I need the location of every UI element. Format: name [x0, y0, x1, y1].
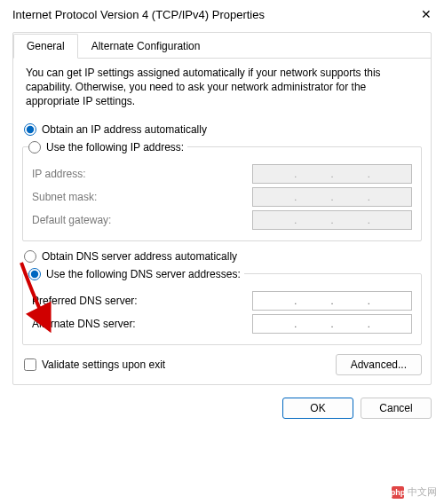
dns-auto-label: Obtain DNS server address automatically [42, 250, 237, 263]
tab-general[interactable]: General [13, 34, 78, 59]
php-logo-icon: php [392, 486, 404, 499]
validate-checkbox[interactable]: Validate settings upon exit [24, 358, 165, 371]
subnet-mask-input: ... [252, 187, 412, 207]
preferred-dns-input[interactable]: ... [252, 291, 412, 311]
ip-manual-radio[interactable]: Use the following IP address: [28, 141, 184, 154]
ip-manual-group: Use the following IP address: IP address… [22, 141, 422, 241]
validate-checkbox-input[interactable] [24, 358, 36, 371]
tab-alternate[interactable]: Alternate Configuration [78, 34, 214, 59]
ip-auto-label: Obtain an IP address automatically [42, 123, 207, 136]
alternate-dns-label: Alternate DNS server: [32, 318, 136, 330]
watermark: php 中文网 [392, 485, 437, 499]
dns-manual-label: Use the following DNS server addresses: [46, 268, 241, 280]
preferred-dns-label: Preferred DNS server: [32, 295, 138, 307]
watermark-text: 中文网 [408, 485, 437, 499]
tab-bar: General Alternate Configuration [13, 33, 431, 59]
window-title: Internet Protocol Version 4 (TCP/IPv4) P… [12, 8, 265, 21]
ip-auto-radio-input[interactable] [24, 123, 36, 136]
intro-text: You can get IP settings assigned automat… [26, 66, 418, 109]
cancel-button[interactable]: Cancel [361, 398, 432, 419]
close-icon[interactable]: ✕ [419, 7, 433, 21]
ip-address-input: ... [252, 164, 412, 184]
validate-label: Validate settings upon exit [42, 358, 165, 371]
dns-manual-group: Use the following DNS server addresses: … [22, 268, 422, 345]
default-gateway-input: ... [252, 210, 412, 230]
subnet-mask-label: Subnet mask: [32, 191, 97, 203]
alternate-dns-input[interactable]: ... [252, 314, 412, 334]
ip-manual-radio-input[interactable] [28, 141, 41, 154]
default-gateway-label: Default gateway: [32, 214, 111, 226]
advanced-button[interactable]: Advanced... [336, 354, 422, 375]
ok-button[interactable]: OK [282, 398, 353, 419]
dns-manual-radio-input[interactable] [28, 268, 41, 280]
ip-manual-label: Use the following IP address: [46, 141, 184, 154]
dns-auto-radio-input[interactable] [24, 250, 36, 263]
dns-auto-radio[interactable]: Obtain DNS server address automatically [24, 250, 420, 263]
ip-auto-radio[interactable]: Obtain an IP address automatically [24, 123, 420, 136]
dns-manual-radio[interactable]: Use the following DNS server addresses: [28, 268, 241, 280]
ip-address-label: IP address: [32, 168, 85, 180]
